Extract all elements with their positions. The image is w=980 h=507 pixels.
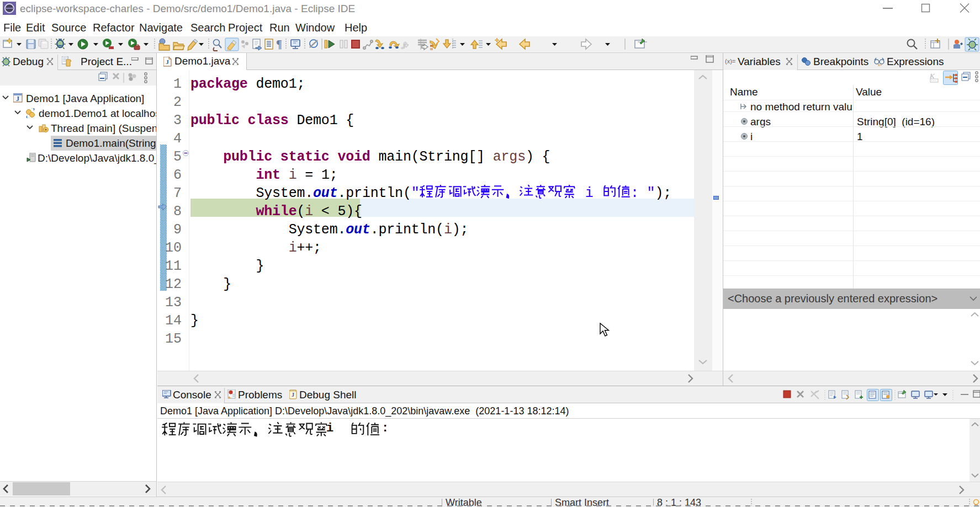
svg-text:J: J (166, 58, 169, 65)
svg-text:(x)=: (x)= (725, 58, 735, 65)
svg-text:¶: ¶ (276, 38, 282, 50)
svg-text:J: J (16, 95, 19, 103)
svg-text:J: J (292, 392, 294, 398)
svg-text:x=: x= (878, 63, 882, 66)
